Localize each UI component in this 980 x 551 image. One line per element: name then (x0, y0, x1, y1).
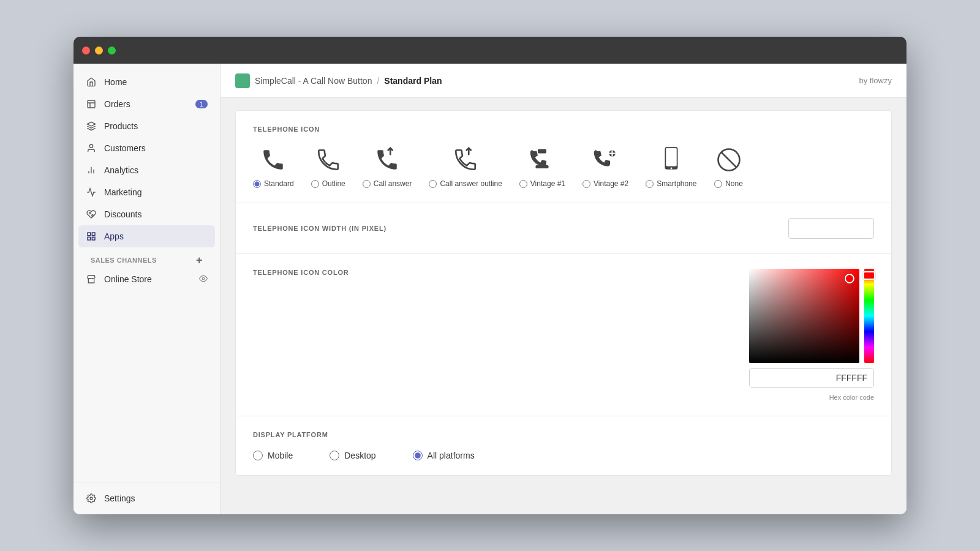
app-logo (235, 73, 250, 88)
sidebar-item-products[interactable]: Products (78, 115, 215, 137)
platform-section-label: DISPLAY PLATFORM (253, 431, 874, 438)
sidebar-nav: Home Orders 1 (74, 71, 220, 482)
sidebar-item-home[interactable]: Home (78, 71, 215, 93)
vintage1-radio-row[interactable]: Vintage #1 (519, 179, 565, 188)
width-input[interactable] (789, 220, 874, 237)
outline-radio-row[interactable]: Outline (311, 179, 345, 188)
orders-icon (86, 99, 97, 110)
svg-rect-14 (538, 149, 546, 154)
sidebar-item-label: Marketing (104, 187, 141, 197)
icon-option-none[interactable]: None (714, 145, 744, 188)
vintage1-radio[interactable] (519, 180, 527, 188)
all-platforms-radio[interactable] (413, 451, 423, 460)
call-answer-label: Call answer (374, 179, 412, 188)
icon-option-standard[interactable]: Standard (253, 145, 294, 188)
sidebar-bottom: Settings (74, 482, 220, 514)
sidebar-item-online-store[interactable]: Online Store (78, 268, 215, 290)
platform-mobile[interactable]: Mobile (253, 451, 293, 460)
svg-marker-1 (87, 122, 95, 126)
close-button[interactable] (82, 47, 90, 54)
standard-radio-row[interactable]: Standard (253, 179, 294, 188)
sidebar-item-label: Home (104, 77, 127, 87)
main-content: SimpleCall - A Call Now Button / Standar… (221, 64, 907, 514)
analytics-icon (86, 165, 97, 176)
standard-radio[interactable] (253, 180, 261, 188)
icon-option-call-answer-outline[interactable]: Call answer outline (429, 145, 502, 188)
picker-row (749, 269, 874, 363)
all-platforms-label: All platforms (428, 451, 475, 460)
svg-point-12 (202, 277, 205, 280)
icon-options: Standard (253, 145, 874, 188)
sidebar-item-marketing[interactable]: Marketing (78, 181, 215, 203)
svg-rect-18 (666, 148, 677, 167)
sales-channels-label: SALES CHANNELS (91, 257, 157, 264)
outline-phone-icon (314, 145, 343, 174)
none-radio[interactable] (714, 180, 722, 188)
traffic-lights (82, 47, 116, 54)
maximize-button[interactable] (108, 47, 116, 54)
none-radio-row[interactable]: None (714, 179, 743, 188)
call-answer-icon (372, 145, 402, 174)
apps-icon (86, 231, 97, 242)
color-section-label: TELEPHONE ICON COLOR (253, 269, 349, 276)
smartphone-radio[interactable] (646, 180, 654, 188)
svg-rect-8 (88, 233, 91, 236)
home-icon (86, 77, 97, 88)
platform-all[interactable]: All platforms (413, 451, 475, 460)
sales-channels-section: SALES CHANNELS + (78, 247, 215, 268)
call-answer-outline-radio[interactable] (429, 180, 437, 188)
call-answer-outline-label: Call answer outline (440, 179, 502, 188)
sidebar-item-analytics[interactable]: Analytics (78, 159, 215, 181)
svg-rect-15 (536, 165, 549, 168)
width-section-label: TELEPHONE ICON WIDTH (IN PIXEL) (253, 225, 386, 232)
mobile-label: Mobile (268, 451, 293, 460)
call-answer-radio[interactable] (363, 180, 371, 188)
sidebar-item-orders[interactable]: Orders 1 (78, 93, 215, 115)
breadcrumb-separator: / (377, 76, 379, 86)
vintage2-label: Vintage #2 (594, 179, 628, 188)
sidebar-item-label: Orders (104, 99, 130, 109)
standard-label: Standard (264, 179, 294, 188)
sidebar-item-customers[interactable]: Customers (78, 137, 215, 159)
sidebar-item-settings[interactable]: Settings (78, 487, 215, 509)
icon-option-vintage1[interactable]: Vintage #1 (519, 145, 565, 188)
minimize-button[interactable] (95, 47, 103, 54)
color-gradient-picker[interactable] (749, 269, 859, 363)
svg-rect-9 (92, 233, 95, 236)
vintage1-phone-icon (527, 145, 557, 174)
smartphone-radio-row[interactable]: Smartphone (646, 179, 696, 188)
icon-option-smartphone[interactable]: Smartphone (646, 145, 696, 188)
hex-input[interactable] (750, 369, 873, 387)
platform-options: Mobile Desktop All platforms (253, 451, 874, 460)
svg-rect-11 (92, 237, 95, 240)
icon-option-call-answer[interactable]: Call answer (363, 145, 412, 188)
sidebar-item-label: Online Store (104, 274, 152, 284)
platform-desktop[interactable]: Desktop (330, 451, 375, 460)
icon-option-vintage2[interactable]: Vintage #2 (582, 145, 628, 188)
svg-rect-10 (88, 237, 91, 240)
settings-icon (86, 493, 97, 504)
sidebar-item-discounts[interactable]: Discounts (78, 203, 215, 225)
call-answer-radio-row[interactable]: Call answer (363, 179, 412, 188)
discounts-icon (86, 209, 97, 220)
svg-point-19 (670, 168, 672, 170)
add-sales-channel-button[interactable]: + (196, 255, 203, 266)
mobile-radio[interactable] (253, 451, 263, 460)
call-answer-outline-radio-row[interactable]: Call answer outline (429, 179, 502, 188)
outline-radio[interactable] (311, 180, 319, 188)
hex-label: Hex color code (829, 394, 874, 401)
vintage2-radio-row[interactable]: Vintage #2 (582, 179, 628, 188)
vintage1-label: Vintage #1 (530, 179, 565, 188)
app-body: Home Orders 1 (74, 64, 907, 514)
settings-panel: TELEPHONE ICON (235, 110, 892, 476)
standard-phone-icon (258, 145, 288, 174)
desktop-radio[interactable] (330, 451, 339, 460)
eye-icon[interactable] (199, 274, 208, 285)
icon-option-outline[interactable]: Outline (311, 145, 345, 188)
sidebar-item-apps[interactable]: Apps (78, 225, 215, 247)
customers-icon (86, 143, 97, 154)
svg-line-21 (721, 152, 736, 168)
vintage2-radio[interactable] (582, 180, 590, 188)
marketing-icon (86, 187, 97, 198)
hue-strip[interactable] (864, 269, 874, 363)
